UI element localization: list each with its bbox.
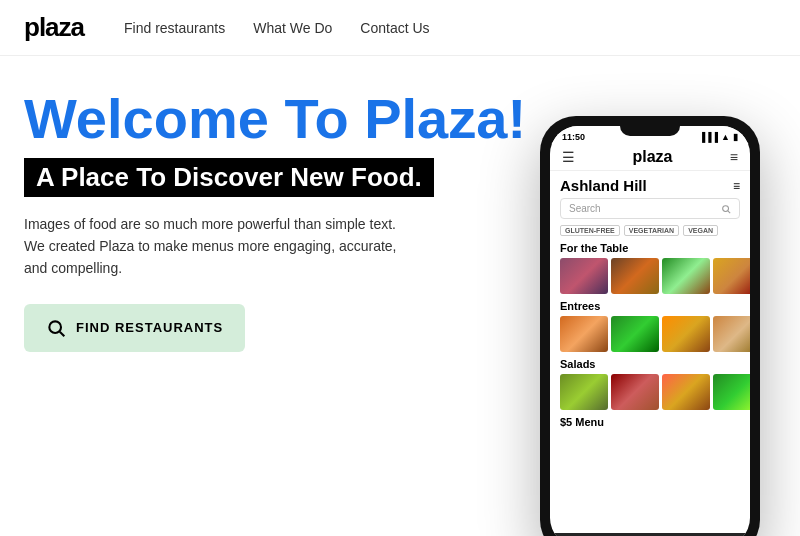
section-title-entrees: Entrees: [560, 300, 740, 312]
food-image-bowl[interactable]: [611, 258, 659, 294]
nav-item-find[interactable]: Find restaurants: [124, 19, 225, 37]
section-title-for-the-table: For the Table: [560, 242, 740, 254]
phone-time: 11:50: [562, 132, 585, 142]
food-image-steak[interactable]: [611, 374, 659, 410]
phone-search-bar[interactable]: Search: [560, 198, 740, 219]
hero-subtitle: A Place To Discover New Food.: [24, 158, 434, 197]
phone-search-icon: [721, 204, 731, 214]
section-images-for-the-table: [560, 258, 740, 294]
phone-navbar: ☰ plaza ≡: [550, 144, 750, 171]
find-restaurants-button[interactable]: FIND RESTAURANTS: [24, 304, 245, 352]
food-image-green[interactable]: [611, 316, 659, 352]
logo[interactable]: plaza: [24, 12, 84, 43]
phone-mockup: 11:50 ▐▐▐ ▲ ▮ ☰ plaza ≡ Ashland H: [540, 116, 760, 536]
tag-vegan[interactable]: VEGAN: [683, 225, 718, 236]
signal-icon: ▐▐▐: [699, 132, 718, 142]
phone-app-logo: plaza: [575, 148, 730, 166]
food-image-wrap[interactable]: [560, 374, 608, 410]
nav-item-what[interactable]: What We Do: [253, 19, 332, 37]
wifi-icon: ▲: [721, 132, 730, 142]
status-icons: ▐▐▐ ▲ ▮: [699, 132, 738, 142]
hero-section: Welcome To Plaza! A Place To Discover Ne…: [0, 56, 800, 352]
restaurant-name: Ashland Hill ≡: [560, 177, 740, 194]
food-image-noodle[interactable]: [713, 316, 750, 352]
food-image-avocado[interactable]: [713, 374, 750, 410]
battery-icon: ▮: [733, 132, 738, 142]
food-image-salad[interactable]: [662, 258, 710, 294]
tag-vegetarian[interactable]: VEGETARIAN: [624, 225, 679, 236]
nav-item-contact[interactable]: Contact Us: [360, 19, 429, 37]
phone-notch: [620, 126, 680, 136]
section-images-entrees: [560, 316, 740, 352]
food-image-pasta[interactable]: [713, 258, 750, 294]
food-image-fried[interactable]: [560, 316, 608, 352]
food-image-pizza[interactable]: [662, 374, 710, 410]
section-images-salads: [560, 374, 740, 410]
svg-line-3: [728, 210, 730, 212]
hero-description: Images of food are so much more powerful…: [24, 213, 404, 280]
food-image-curry[interactable]: [662, 316, 710, 352]
phone-dietary-tags: GLUTEN-FREE VEGETARIAN VEGAN: [560, 225, 740, 236]
svg-line-1: [60, 332, 65, 337]
nav-links: Find restaurants What We Do Contact Us: [124, 19, 430, 37]
svg-point-2: [723, 205, 729, 211]
section-title-salads: Salads: [560, 358, 740, 370]
phone-screen: 11:50 ▐▐▐ ▲ ▮ ☰ plaza ≡ Ashland H: [550, 126, 750, 536]
hamburger-icon[interactable]: ☰: [562, 149, 575, 165]
navbar: plaza Find restaurants What We Do Contac…: [0, 0, 800, 56]
search-icon: [46, 318, 66, 338]
tag-gluten-free[interactable]: GLUTEN-FREE: [560, 225, 620, 236]
phone-content: Ashland Hill ≡ Search GLUTEN-FREE VEGETA…: [550, 171, 750, 438]
food-image-berry[interactable]: [560, 258, 608, 294]
menu-list-icon[interactable]: ≡: [733, 179, 740, 193]
list-icon[interactable]: ≡: [730, 149, 738, 165]
phone-outer: 11:50 ▐▐▐ ▲ ▮ ☰ plaza ≡ Ashland H: [540, 116, 760, 536]
section-title-5-menu: $5 Menu: [560, 416, 740, 428]
svg-point-0: [49, 321, 61, 333]
